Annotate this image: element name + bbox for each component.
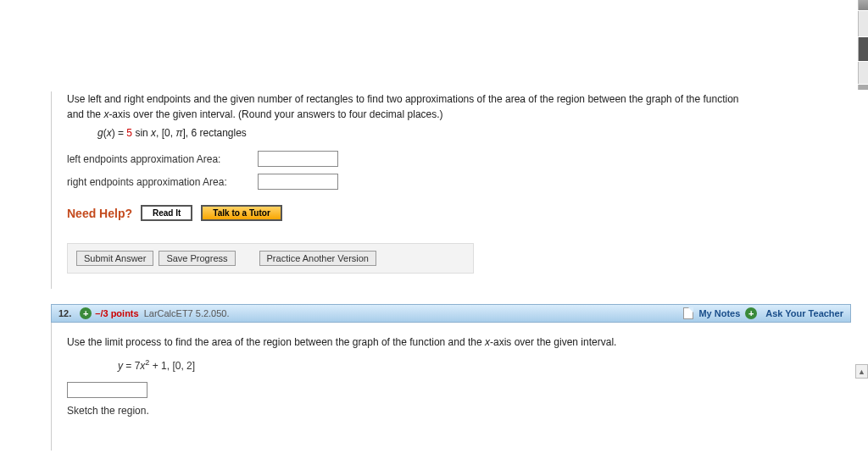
- q11-prompt: Use left and right endpoints and the giv…: [67, 91, 836, 122]
- practice-another-button[interactable]: Practice Another Version: [259, 251, 376, 266]
- q12-equation: y = 7x2 + 1, [0, 2]: [67, 350, 836, 382]
- q12-prompt-a: Use the limit process to find the area o…: [67, 336, 485, 348]
- q12-book-ref: LarCalcET7 5.2.050.: [144, 308, 230, 318]
- right-approx-input[interactable]: [258, 174, 338, 190]
- page-content: Use left and right endpoints and the giv…: [0, 91, 868, 451]
- eqn2-tail: + 1, [0, 2]: [149, 360, 195, 372]
- q12-score: –/3 points: [95, 308, 138, 318]
- my-notes-link[interactable]: My Notes: [698, 308, 740, 318]
- q12-prompt-b: -axis over the given interval.: [490, 336, 616, 348]
- left-approx-row: left endpoints approximation Area:: [67, 147, 836, 170]
- q11-equation: g(x) = 5 sin x, [0, π], 6 rectangles: [67, 122, 836, 147]
- talk-to-tutor-button[interactable]: Talk to a Tutor: [201, 205, 281, 221]
- expand-icon[interactable]: +: [80, 307, 92, 319]
- right-approx-label: right endpoints approximation Area:: [67, 176, 258, 188]
- question-12-header: 12. + –/3 points LarCalcET7 5.2.050. My …: [51, 304, 851, 323]
- read-it-button[interactable]: Read It: [141, 205, 192, 221]
- eqn-close-eq: ) =: [112, 127, 127, 139]
- q12-number: 12.: [58, 308, 71, 318]
- q11-prompt-line1: Use left and right endpoints and the giv…: [67, 93, 739, 105]
- eqn-sin: sin: [132, 127, 151, 139]
- q12-answer-input[interactable]: [67, 382, 147, 398]
- left-approx-input[interactable]: [258, 151, 338, 167]
- eqn2-eq: = 7: [123, 360, 140, 372]
- right-approx-row: right endpoints approximation Area:: [67, 170, 836, 193]
- scroll-up-arrow-icon[interactable]: ▲: [855, 364, 868, 379]
- ask-plus-icon: +: [745, 307, 757, 319]
- q12-sketch-label: Sketch the region.: [67, 405, 836, 417]
- submit-answer-button[interactable]: Submit Answer: [76, 251, 153, 266]
- need-help-row: Need Help? Read It Talk to a Tutor: [67, 205, 836, 221]
- eqn-int-b: ], 6 rectangles: [182, 127, 246, 139]
- q11-action-bar: Submit Answer Save Progress Practice Ano…: [67, 243, 474, 274]
- ask-your-teacher-link[interactable]: Ask Your Teacher: [765, 308, 843, 318]
- save-progress-button[interactable]: Save Progress: [159, 251, 235, 266]
- eqn-int-a: , [0,: [156, 127, 175, 139]
- q11-prompt-line2b: -axis over the given interval. (Round yo…: [108, 108, 442, 120]
- question-12-body: Use the limit process to find the area o…: [51, 323, 851, 451]
- window-edge-decor: [858, 0, 868, 90]
- need-help-label: Need Help?: [67, 207, 132, 220]
- q12-header-right: My Notes + Ask Your Teacher: [683, 307, 843, 319]
- q12-prompt: Use the limit process to find the area o…: [67, 335, 836, 350]
- notes-icon: [683, 307, 693, 319]
- left-approx-label: left endpoints approximation Area:: [67, 153, 258, 165]
- q11-prompt-line2a: and the: [67, 108, 103, 120]
- eqn-g: g: [97, 127, 103, 139]
- question-11-body: Use left and right endpoints and the giv…: [51, 91, 851, 289]
